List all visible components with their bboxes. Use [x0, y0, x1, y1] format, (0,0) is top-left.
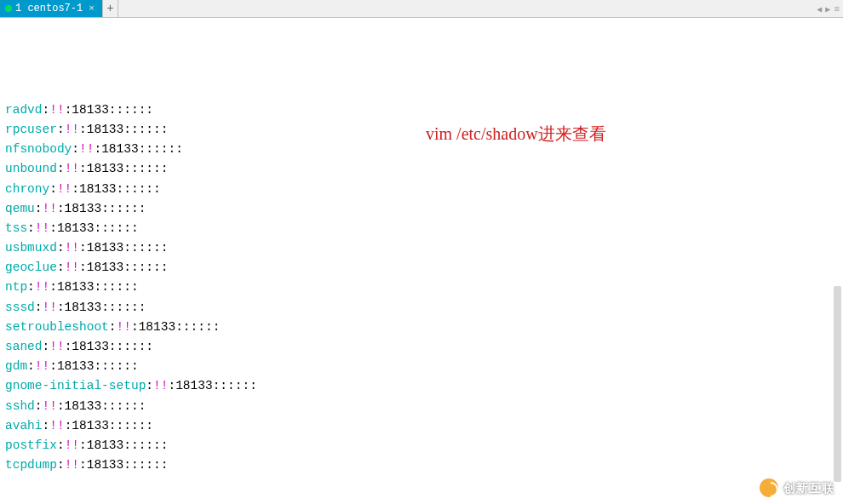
watermark-icon	[760, 478, 778, 497]
add-tab-button[interactable]: +	[103, 0, 118, 17]
tabbar-menu-icon[interactable]: ≡	[834, 4, 840, 14]
terminal-tab[interactable]: 1 centos7-1 ×	[0, 0, 103, 17]
shadow-line: geoclue:!!:18133::::::	[5, 258, 838, 278]
status-dot-icon	[5, 5, 12, 12]
nav-right-icon[interactable]: ▶	[825, 4, 830, 14]
shadow-line: setroubleshoot:!!:18133::::::	[5, 318, 838, 337]
shadow-line: tss:!!:18133::::::	[5, 219, 838, 238]
shadow-line: chrony:!!:18133::::::	[5, 180, 838, 199]
shadow-line: avahi:!!:18133::::::	[5, 416, 838, 436]
tabbar-nav: ◀ ▶ ≡	[817, 0, 840, 18]
shadow-line: postfix:!!:18133::::::	[5, 436, 838, 455]
shadow-line: ntp:!!:18133::::::	[5, 278, 838, 297]
tab-bar: 1 centos7-1 × + ◀ ▶ ≡	[0, 0, 843, 18]
shadow-line: unbound:!!:18133::::::	[5, 159, 838, 179]
shadow-file-content: radvd:!!:18133::::::rpcuser:!!:18133::::…	[5, 100, 838, 476]
watermark-text: 创新互联	[783, 478, 834, 497]
shadow-line: qemu:!!:18133::::::	[5, 199, 838, 219]
nav-left-icon[interactable]: ◀	[817, 4, 822, 14]
watermark: 创新互联	[760, 478, 834, 497]
shadow-line: sssd:!!:18133::::::	[5, 298, 838, 318]
tab-close-icon[interactable]: ×	[86, 3, 97, 14]
scrollbar-thumb[interactable]	[834, 286, 841, 482]
shadow-line: nfsnobody:!!:18133::::::	[5, 140, 838, 159]
shadow-line: tcpdump:!!:18133::::::	[5, 455, 838, 475]
annotation-text: vim /etc/shadow进来查看	[426, 120, 606, 147]
tab-label: 1 centos7-1	[15, 3, 83, 14]
shadow-line: saned:!!:18133::::::	[5, 337, 838, 357]
shadow-line: usbmuxd:!!:18133::::::	[5, 238, 838, 258]
shadow-line: sshd:!!:18133::::::	[5, 397, 838, 416]
shadow-line: radvd:!!:18133::::::	[5, 100, 838, 120]
shadow-line: rpcuser:!!:18133::::::	[5, 120, 838, 140]
shadow-line: gnome-initial-setup:!!:18133::::::	[5, 376, 838, 396]
terminal-viewport[interactable]: vim /etc/shadow进来查看 radvd:!!:18133::::::…	[0, 18, 843, 504]
shadow-line: gdm:!!:18133::::::	[5, 357, 838, 376]
